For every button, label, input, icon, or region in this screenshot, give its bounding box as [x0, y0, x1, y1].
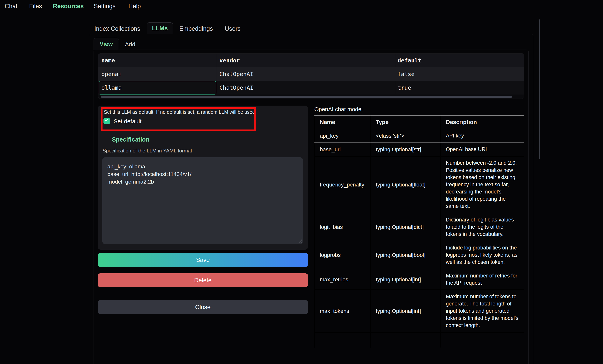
save-button[interactable]: Save	[98, 253, 308, 267]
delete-button[interactable]: Delete	[98, 273, 308, 287]
llm-list-table: name vendor default openai ChatOpenAI fa…	[98, 54, 524, 99]
param-description: API key	[441, 129, 524, 143]
llm-col-default: default	[398, 54, 421, 67]
model-col-description: Description	[441, 115, 524, 129]
param-description: OpenAI base URL	[441, 143, 524, 156]
nav-item-chat[interactable]: Chat	[5, 3, 17, 10]
param-type: typing.Optional[dict]	[370, 213, 441, 241]
nav-item-resources[interactable]: Resources	[53, 3, 84, 10]
model-doc-table: Name Type Description api_key <class 'st…	[314, 115, 524, 352]
param-description	[441, 332, 524, 347]
param-name: logit_bias	[314, 213, 370, 241]
model-table-title: OpenAI chat model	[314, 106, 363, 113]
param-name: max_tokens	[314, 290, 370, 332]
model-col-type: Type	[370, 115, 441, 129]
param-name: logprobs	[314, 241, 370, 269]
llm-cell-vendor[interactable]: ChatOpenAI	[220, 81, 254, 94]
subtab-add[interactable]: Add	[125, 41, 135, 48]
param-description: Dictionary of logit bias values to add t…	[441, 213, 524, 241]
param-name: frequency_penalty	[314, 156, 370, 213]
close-button[interactable]: Close	[98, 300, 308, 314]
param-description: Include log probabilities on the logprob…	[441, 241, 524, 269]
param-description: Maximum number of retries for the API re…	[441, 269, 524, 290]
checkmark-icon	[105, 118, 108, 122]
param-type: typing.Optional[bool]	[370, 241, 441, 269]
app-root: Chat Files Resources Settings Help Index…	[0, 0, 603, 364]
llm-row-ollama[interactable]: ollama ChatOpenAI true	[98, 81, 524, 94]
specification-sublabel: Specification of the LLM in YAML format	[103, 148, 192, 154]
set-default-label: Set default	[114, 118, 141, 125]
param-name	[314, 332, 370, 347]
llm-cell-vendor[interactable]: ChatOpenAI	[220, 67, 254, 81]
subtab-view-label: View	[100, 41, 113, 47]
param-name: max_retries	[314, 269, 370, 290]
model-row-logit-bias: logit_bias typing.Optional[dict] Diction…	[314, 213, 524, 241]
nav-item-files[interactable]: Files	[29, 3, 42, 10]
llm-row-openai[interactable]: openai ChatOpenAI false	[98, 67, 524, 81]
llm-cell-default[interactable]: true	[398, 81, 411, 94]
param-type	[370, 332, 441, 347]
tab-llms[interactable]: LLMs	[147, 22, 173, 34]
llm-cell-name[interactable]: openai	[101, 67, 122, 81]
param-type: typing.Optional[str]	[370, 143, 441, 156]
specification-heading: Specification	[112, 136, 149, 143]
param-type: typing.Optional[float]	[370, 156, 441, 213]
llm-col-name: name	[101, 54, 115, 67]
param-description: Maximum number of tokens to generate. Th…	[441, 290, 524, 332]
column-divider	[395, 54, 395, 94]
model-row-max-tokens: max_tokens typing.Optional[int] Maximum …	[314, 290, 524, 332]
model-row-logprobs: logprobs typing.Optional[bool] Include l…	[314, 241, 524, 269]
param-type: <class 'str'>	[370, 129, 441, 143]
column-divider	[216, 54, 216, 94]
param-type: typing.Optional[int]	[370, 269, 441, 290]
param-type: typing.Optional[int]	[370, 290, 441, 332]
model-row-frequency-penalty: frequency_penalty typing.Optional[float]…	[314, 156, 524, 213]
tab-embeddings[interactable]: Embeddings	[179, 25, 213, 32]
yaml-spec-textarea[interactable]: api_key: ollama base_url: http://localho…	[102, 157, 303, 244]
tab-users[interactable]: Users	[225, 25, 241, 32]
llm-table-header-row: name vendor default	[98, 54, 524, 67]
nav-item-help[interactable]: Help	[128, 3, 141, 10]
horizontal-scrollbar-thumb[interactable]	[101, 96, 512, 98]
model-row-max-retries: max_retries typing.Optional[int] Maximum…	[314, 269, 524, 290]
model-row-base-url: base_url typing.Optional[str] OpenAI bas…	[314, 143, 524, 156]
llm-cell-default[interactable]: false	[398, 67, 415, 81]
tab-llms-label: LLMs	[152, 25, 168, 32]
model-col-name: Name	[314, 115, 370, 129]
set-default-hint: Set this LLM as default. If no default i…	[104, 109, 256, 115]
param-name: api_key	[314, 129, 370, 143]
model-row-api-key: api_key <class 'str'> API key	[314, 129, 524, 143]
model-row-partial	[314, 332, 524, 347]
param-name: base_url	[314, 143, 370, 156]
set-default-checkbox[interactable]	[104, 118, 110, 124]
tab-index-collections[interactable]: Index Collections	[94, 25, 140, 32]
nav-item-settings[interactable]: Settings	[94, 3, 116, 10]
model-table-header-row: Name Type Description	[314, 115, 524, 129]
param-description: Number between -2.0 and 2.0. Positive va…	[441, 156, 524, 213]
subtab-view[interactable]: View	[93, 38, 119, 50]
llm-col-vendor: vendor	[220, 54, 240, 67]
llm-cell-name[interactable]: ollama	[101, 81, 122, 94]
vertical-scrollbar-thumb[interactable]	[539, 19, 540, 159]
